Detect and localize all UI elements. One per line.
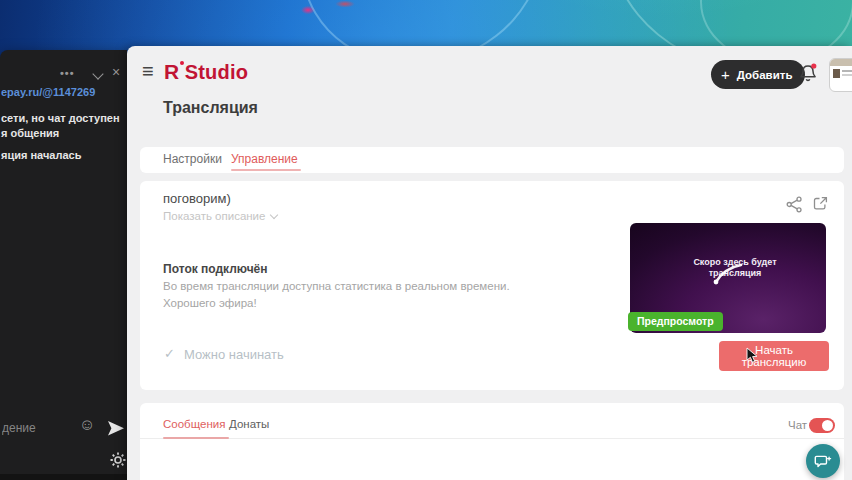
send-icon[interactable]: [108, 421, 124, 440]
chat-toggle[interactable]: [809, 418, 835, 433]
avatar-image-part: [830, 59, 852, 66]
external-link-icon[interactable]: [812, 195, 829, 216]
check-icon: ✓: [164, 346, 175, 361]
stream-title: поговорим): [163, 191, 231, 206]
logo-dot-icon: [180, 61, 184, 65]
notifications-bell-icon[interactable]: [798, 62, 819, 89]
tab-management[interactable]: Управление: [231, 152, 298, 166]
toggle-knob: [822, 420, 833, 431]
logo-text: Studio: [185, 61, 248, 83]
page-title: Трансляция: [163, 99, 258, 117]
chat-message-input[interactable]: [0, 420, 76, 436]
mouse-cursor: [746, 347, 759, 368]
chat-message-line: яция началась: [1, 149, 81, 161]
share-icon[interactable]: [786, 196, 803, 217]
preview-badge: Предпросмотр: [628, 312, 723, 331]
avatar-image-part: [842, 70, 852, 72]
stream-status-title: Поток подключён: [163, 262, 268, 276]
avatar[interactable]: [829, 58, 852, 92]
screen: ••• × epay.ru/@1147269 сети, но чат дост…: [0, 0, 852, 480]
rstudio-logo: RStudio: [164, 60, 248, 86]
show-description-toggle[interactable]: Показать описание: [163, 210, 277, 222]
donate-link[interactable]: epay.ru/@1147269: [1, 86, 95, 98]
plus-icon: +: [721, 67, 730, 82]
avatar-image-part: [833, 69, 840, 78]
add-button[interactable]: + Добавить: [711, 60, 805, 89]
emoji-icon[interactable]: ☺: [79, 416, 95, 434]
tab-messages[interactable]: Сообщения: [163, 418, 225, 430]
chat-toggle-label: Чат: [788, 419, 807, 431]
active-tab-underline: [231, 169, 301, 171]
active-tab-underline: [163, 437, 229, 439]
close-icon[interactable]: ×: [112, 64, 120, 80]
chevron-down-icon: [270, 210, 278, 218]
tab-settings[interactable]: Настройки: [163, 152, 222, 166]
logo-letter: R: [164, 60, 179, 83]
stream-status-text: Во время трансляции доступна статистика …: [163, 280, 510, 292]
messages-card: [140, 403, 844, 480]
gear-icon[interactable]: [110, 452, 126, 472]
show-description-label: Показать описание: [163, 210, 265, 222]
stream-preview-thumbnail[interactable]: Скоро здесь будет трансляция Предпросмот…: [630, 223, 826, 333]
ready-label: Можно начинать: [184, 347, 284, 362]
hamburger-menu-icon[interactable]: ≡: [142, 61, 154, 81]
avatar-image-part: [842, 74, 852, 76]
chat-menu-dots-icon[interactable]: •••: [60, 67, 75, 79]
chat-window-footer: [0, 474, 127, 480]
chat-message-line: я общения: [1, 127, 59, 139]
comet-graphic: [712, 263, 744, 291]
tab-donates[interactable]: Донаты: [229, 418, 269, 430]
start-broadcast-button[interactable]: Начать трансляцию: [719, 341, 829, 371]
add-button-label: Добавить: [737, 69, 793, 81]
chat-message-line: сети, но чат доступен: [1, 112, 120, 124]
divider: [140, 438, 844, 439]
stream-status-text: Хорошего эфира!: [163, 297, 257, 309]
support-chat-fab[interactable]: [806, 444, 840, 478]
